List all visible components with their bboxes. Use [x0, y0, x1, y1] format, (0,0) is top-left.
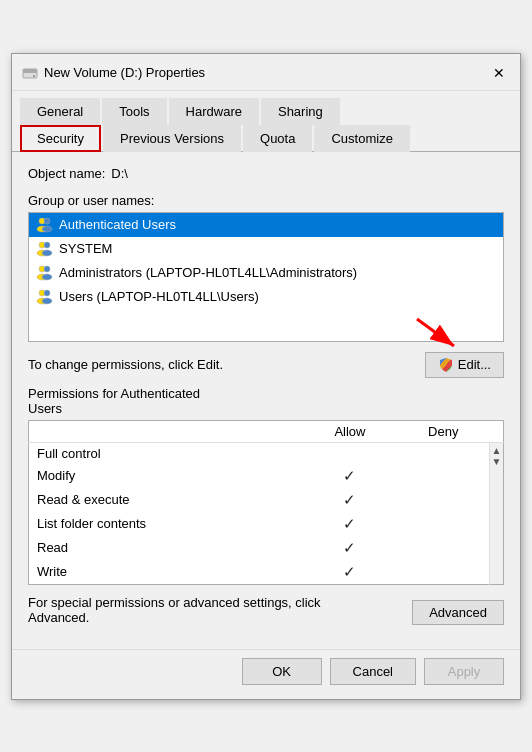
edit-row: To change permissions, click Edit.	[28, 352, 504, 378]
tab-previous-versions[interactable]: Previous Versions	[103, 125, 241, 152]
list-item[interactable]: Users (LAPTOP-HL0TL4LL\Users)	[29, 285, 503, 309]
svg-rect-1	[23, 69, 37, 73]
col-permission	[29, 420, 303, 442]
permission-name: Full control	[29, 442, 303, 464]
tab-customize[interactable]: Customize	[314, 125, 409, 152]
permissions-table: Allow Deny Full control ▲ ▼	[28, 420, 504, 585]
tab-hardware[interactable]: Hardware	[169, 98, 259, 125]
permission-name: Read	[29, 536, 303, 560]
shield-icon	[438, 357, 454, 373]
scroll-up-icon[interactable]: ▲	[492, 445, 502, 456]
svg-point-17	[44, 290, 50, 296]
titlebar: New Volume (D:) Properties ✕	[12, 54, 520, 91]
svg-point-5	[44, 218, 50, 224]
allow-cell: ✓	[303, 512, 397, 536]
list-item[interactable]: SYSTEM	[29, 237, 503, 261]
svg-point-6	[42, 226, 52, 232]
scroll-cell: ▲ ▼	[490, 442, 504, 584]
object-name-row: Object name: D:\	[28, 166, 504, 181]
scroll-down-icon[interactable]: ▼	[492, 456, 502, 467]
permission-name: Read & execute	[29, 488, 303, 512]
tab-content: Object name: D:\ Group or user names: Au…	[12, 152, 520, 649]
svg-point-18	[42, 298, 52, 304]
svg-point-10	[42, 250, 52, 256]
group-label: Group or user names:	[28, 193, 504, 208]
advanced-button[interactable]: Advanced	[412, 600, 504, 625]
deny-cell	[397, 536, 490, 560]
allow-cell: ✓	[303, 536, 397, 560]
list-item[interactable]: Authenticated Users	[29, 213, 503, 237]
drive-icon	[22, 65, 38, 81]
deny-cell	[397, 560, 490, 585]
list-item-label: Users (LAPTOP-HL0TL4LL\Users)	[59, 289, 259, 304]
user-icon	[35, 264, 53, 282]
checkmark-icon: ✓	[343, 515, 356, 532]
bottom-buttons: OK Cancel Apply	[12, 649, 520, 699]
svg-point-13	[44, 266, 50, 272]
permission-name: Modify	[29, 464, 303, 488]
checkmark-icon: ✓	[343, 467, 356, 484]
apply-button[interactable]: Apply	[424, 658, 504, 685]
table-row: Modify ✓	[29, 464, 504, 488]
allow-cell: ✓	[303, 488, 397, 512]
col-allow-header: Allow	[303, 420, 397, 442]
svg-line-20	[417, 319, 454, 346]
tab-general[interactable]: General	[20, 98, 100, 125]
advanced-row: For special permissions or advanced sett…	[28, 595, 504, 625]
tab-security[interactable]: Security	[20, 125, 101, 152]
deny-cell	[397, 442, 490, 464]
scrollbar[interactable]: ▲ ▼	[490, 443, 503, 469]
red-arrow	[412, 314, 462, 357]
tabs-row1: General Tools Hardware Sharing	[12, 91, 520, 124]
user-icon	[35, 216, 53, 234]
window-title: New Volume (D:) Properties	[44, 65, 205, 80]
user-icon	[35, 240, 53, 258]
svg-point-2	[33, 75, 35, 77]
table-row: Write ✓	[29, 560, 504, 585]
allow-cell: ✓	[303, 464, 397, 488]
table-row: List folder contents ✓	[29, 512, 504, 536]
object-name-value: D:\	[111, 166, 128, 181]
deny-cell	[397, 464, 490, 488]
checkmark-icon: ✓	[343, 563, 356, 580]
user-icon	[35, 288, 53, 306]
edit-instruction: To change permissions, click Edit.	[28, 357, 223, 372]
list-item-label: Authenticated Users	[59, 217, 176, 232]
svg-point-9	[44, 242, 50, 248]
list-item-label: Administrators (LAPTOP-HL0TL4LL\Administ…	[59, 265, 357, 280]
properties-window: New Volume (D:) Properties ✕ General Too…	[11, 53, 521, 700]
tab-tools[interactable]: Tools	[102, 98, 166, 125]
permissions-scroll-wrapper: Allow Deny Full control ▲ ▼	[28, 420, 504, 585]
permission-name: List folder contents	[29, 512, 303, 536]
tab-quota[interactable]: Quota	[243, 125, 312, 152]
close-button[interactable]: ✕	[488, 62, 510, 84]
checkmark-icon: ✓	[343, 491, 356, 508]
list-item[interactable]: Administrators (LAPTOP-HL0TL4LL\Administ…	[29, 261, 503, 285]
tabs-row2: Security Previous Versions Quota Customi…	[12, 124, 520, 152]
cancel-button[interactable]: Cancel	[330, 658, 416, 685]
ok-button[interactable]: OK	[242, 658, 322, 685]
deny-cell	[397, 488, 490, 512]
scrollbar-header	[490, 420, 504, 442]
svg-point-14	[42, 274, 52, 280]
deny-cell	[397, 512, 490, 536]
advanced-text: For special permissions or advanced sett…	[28, 595, 328, 625]
allow-cell: ✓	[303, 560, 397, 585]
col-deny-header: Deny	[397, 420, 490, 442]
permission-name: Write	[29, 560, 303, 585]
tab-sharing[interactable]: Sharing	[261, 98, 340, 125]
checkmark-icon: ✓	[343, 539, 356, 556]
list-item-label: SYSTEM	[59, 241, 112, 256]
edit-button-label: Edit...	[458, 357, 491, 372]
table-row: Read ✓	[29, 536, 504, 560]
table-row: Read & execute ✓	[29, 488, 504, 512]
allow-cell	[303, 442, 397, 464]
titlebar-left: New Volume (D:) Properties	[22, 65, 205, 81]
table-row: Full control ▲ ▼	[29, 442, 504, 464]
object-name-label: Object name:	[28, 166, 105, 181]
permissions-header: Permissions for Authenticated Users	[28, 386, 504, 416]
